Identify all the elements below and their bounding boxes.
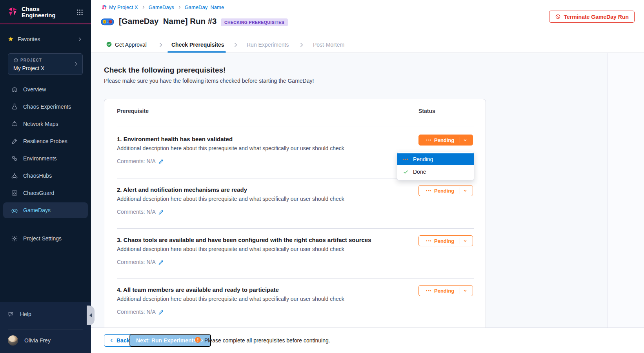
button-divider xyxy=(460,287,460,294)
tab-post-mortem[interactable]: Post-Mortem xyxy=(313,42,344,48)
prerequisite-description: Additional description here about this p… xyxy=(117,246,344,252)
module-grid-icon[interactable] xyxy=(76,9,83,16)
sidebar-item-label: ChaosGuard xyxy=(23,190,54,196)
sidebar-item-label: Chaos Experiments xyxy=(23,104,71,110)
sidebar-item-chaosguard[interactable]: ChaosGuard xyxy=(3,185,88,201)
app-title-line1: Chaos xyxy=(22,6,56,12)
status-label: Pending xyxy=(434,137,454,143)
table-row: 3. Chaos tools are available and have be… xyxy=(117,237,407,243)
edit-pencil-icon[interactable] xyxy=(158,158,164,164)
sidebar-divider xyxy=(6,225,85,225)
sidebar-item-overview[interactable]: Overview xyxy=(3,82,88,97)
chevron-right-icon xyxy=(73,61,78,67)
terminate-gameday-button[interactable]: Terminate GameDay Run xyxy=(549,11,635,23)
prohibit-icon xyxy=(555,14,561,20)
sidebar-item-label: GameDays xyxy=(23,207,51,213)
app-title-line2: Engineering xyxy=(22,12,56,18)
content-area: Check the following prerequisites! Pleas… xyxy=(91,53,644,328)
chevron-down-icon xyxy=(463,188,468,193)
sidebar-bottom-panel: Help Olivia Frey xyxy=(0,302,91,353)
sidebar-item-label: Project Settings xyxy=(23,235,62,242)
page-header: My Project X GameDays GameDay_Name [Game… xyxy=(91,0,644,53)
button-divider xyxy=(460,187,460,194)
sidebar: Chaos Engineering Favorites PROJECT My P… xyxy=(0,0,91,353)
table-divider xyxy=(117,278,474,279)
status-label: Pending xyxy=(434,238,454,244)
sidebar-item-gamedays[interactable]: GameDays xyxy=(3,202,88,218)
status-option-pending[interactable]: Pending xyxy=(397,153,474,165)
status-dropdown-button-row3[interactable]: Pending xyxy=(418,235,473,246)
sidebar-collapse-handle[interactable] xyxy=(87,306,95,325)
gear-icon xyxy=(11,235,18,242)
sidebar-item-chaoshubs[interactable]: ChaosHubs xyxy=(3,168,88,184)
tab-run-experiments[interactable]: Run Experiments xyxy=(247,42,289,48)
sidebar-item-environments[interactable]: Environments xyxy=(3,151,88,166)
prerequisite-description: Additional description here about this p… xyxy=(117,145,344,151)
cube-icon xyxy=(13,58,18,63)
status-option-label: Pending xyxy=(413,156,433,162)
chevron-down-icon xyxy=(463,138,468,142)
sidebar-item-network-maps[interactable]: Network Maps xyxy=(3,116,88,132)
comments-label: Comments: N/A xyxy=(117,309,156,315)
prerequisite-description: Additional description here about this p… xyxy=(117,196,344,202)
gamepad-emoji-icon xyxy=(101,17,114,26)
comments-label: Comments: N/A xyxy=(117,158,156,164)
terminate-label: Terminate GameDay Run xyxy=(564,14,629,20)
sidebar-item-resilience-probes[interactable]: Resilience Probes xyxy=(3,133,88,149)
status-dropdown-button-row1[interactable]: Pending xyxy=(418,135,473,146)
status-menu: Pending Done xyxy=(397,152,474,180)
project-label: PROJECT xyxy=(20,58,42,62)
pending-dots-icon xyxy=(426,239,431,242)
breadcrumb-gamedays-link[interactable]: GameDays xyxy=(149,4,174,10)
avatar xyxy=(8,335,18,346)
back-label: Back xyxy=(116,337,129,344)
prerequisite-title: 3. Chaos tools are available and have be… xyxy=(117,237,407,243)
status-option-done[interactable]: Done xyxy=(397,165,474,178)
project-selector[interactable]: PROJECT My Project X xyxy=(8,53,83,75)
favorites-row[interactable]: Favorites xyxy=(0,34,91,45)
table-row: 2. Alert and notification mechanisms are… xyxy=(117,186,407,193)
warning-icon xyxy=(194,336,202,344)
prerequisites-card: Prerequisite Status 1. Environment healt… xyxy=(104,99,486,328)
sidebar-item-label: ChaosHubs xyxy=(23,173,52,179)
tab-check-prerequisites[interactable]: Check Prerequisites xyxy=(171,42,224,48)
column-header-prerequisite: Prerequisite xyxy=(117,108,149,114)
chaos-engineering-logo-icon xyxy=(7,6,18,17)
table-row: 4. All team members are available and re… xyxy=(117,286,407,293)
breadcrumb-project-link[interactable]: My Project X xyxy=(109,4,138,10)
edit-pencil-icon[interactable] xyxy=(158,309,164,315)
column-header-status: Status xyxy=(418,108,435,114)
chevron-left-icon xyxy=(89,313,92,317)
sidebar-item-chaos-experiments[interactable]: Chaos Experiments xyxy=(3,99,88,115)
chevron-right-icon xyxy=(177,5,182,9)
status-badge: CHECKING PREREQUISITES xyxy=(221,18,288,26)
comments-label: Comments: N/A xyxy=(117,259,156,265)
user-row[interactable]: Olivia Frey xyxy=(0,335,91,350)
edit-pencil-icon[interactable] xyxy=(158,209,164,215)
chevron-right-icon xyxy=(298,42,304,48)
status-option-label: Done xyxy=(413,169,426,175)
gamepad-icon xyxy=(11,207,18,214)
pending-dots-icon xyxy=(426,138,431,142)
scroll-gutter xyxy=(607,53,644,328)
breadcrumb: My Project X GameDays GameDay_Name xyxy=(109,4,224,10)
chevron-down-icon xyxy=(463,288,468,293)
chevron-left-icon xyxy=(109,338,114,343)
status-label: Pending xyxy=(434,188,454,194)
status-dropdown-button-row2[interactable]: Pending xyxy=(418,185,473,196)
project-name: My Project X xyxy=(13,65,44,71)
edit-pencil-icon[interactable] xyxy=(158,259,164,265)
pending-dots-icon xyxy=(426,189,431,192)
status-dropdown-button-row4[interactable]: Pending xyxy=(418,285,473,296)
prerequisite-title: 4. All team members are available and re… xyxy=(117,286,407,293)
page-title: [GameDay_Name] Run #3 xyxy=(119,16,217,26)
breadcrumb-gameday-name-link[interactable]: GameDay_Name xyxy=(185,4,224,10)
sidebar-item-project-settings[interactable]: Project Settings xyxy=(3,231,88,246)
tab-get-approval[interactable]: Get Approval xyxy=(115,42,147,48)
footer-warning-text: Please complete all prerequisites before… xyxy=(204,337,330,344)
pending-dots-icon xyxy=(403,158,409,161)
help-button[interactable]: Help xyxy=(0,308,91,320)
button-divider xyxy=(460,238,460,244)
comments-label: Comments: N/A xyxy=(117,209,156,215)
table-row: 1. Environment health has been validated… xyxy=(117,136,407,142)
